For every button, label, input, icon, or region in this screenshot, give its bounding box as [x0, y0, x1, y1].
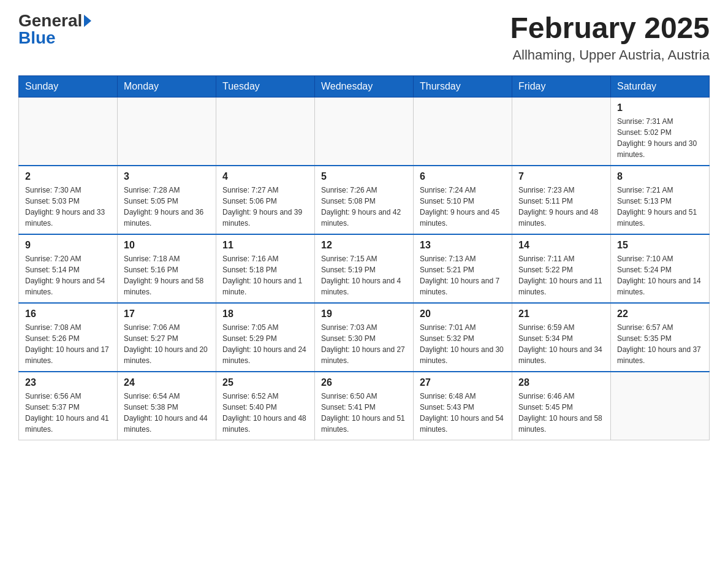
- calendar-day-cell: 28Sunrise: 6:46 AMSunset: 5:45 PMDayligh…: [512, 372, 611, 440]
- calendar-day-cell: [315, 97, 414, 166]
- calendar-day-cell: [118, 97, 216, 166]
- day-number: 22: [617, 308, 703, 320]
- day-number: 12: [321, 240, 407, 251]
- calendar-week-row: 23Sunrise: 6:56 AMSunset: 5:37 PMDayligh…: [19, 372, 710, 440]
- day-number: 6: [420, 171, 506, 182]
- calendar-day-cell: 4Sunrise: 7:27 AMSunset: 5:06 PMDaylight…: [216, 166, 315, 234]
- day-sun-info: Sunrise: 7:21 AMSunset: 5:13 PMDaylight:…: [617, 185, 703, 229]
- day-sun-info: Sunrise: 7:13 AMSunset: 5:21 PMDaylight:…: [420, 253, 506, 297]
- day-of-week-header: Wednesday: [315, 75, 414, 97]
- calendar-day-cell: 3Sunrise: 7:28 AMSunset: 5:05 PMDaylight…: [118, 166, 216, 234]
- day-number: 19: [321, 308, 407, 320]
- days-of-week-row: SundayMondayTuesdayWednesdayThursdayFrid…: [19, 75, 710, 97]
- calendar-day-cell: 24Sunrise: 6:54 AMSunset: 5:38 PMDayligh…: [118, 372, 216, 440]
- calendar-day-cell: 26Sunrise: 6:50 AMSunset: 5:41 PMDayligh…: [315, 372, 414, 440]
- day-number: 18: [222, 308, 308, 320]
- day-sun-info: Sunrise: 7:26 AMSunset: 5:08 PMDaylight:…: [321, 185, 407, 229]
- calendar-day-cell: 9Sunrise: 7:20 AMSunset: 5:14 PMDaylight…: [19, 234, 118, 303]
- calendar-day-cell: 2Sunrise: 7:30 AMSunset: 5:03 PMDaylight…: [19, 166, 118, 234]
- day-sun-info: Sunrise: 7:01 AMSunset: 5:32 PMDaylight:…: [420, 322, 506, 366]
- calendar-day-cell: [216, 97, 315, 166]
- day-number: 14: [518, 240, 604, 251]
- calendar-day-cell: 16Sunrise: 7:08 AMSunset: 5:26 PMDayligh…: [19, 303, 118, 372]
- calendar-day-cell: 17Sunrise: 7:06 AMSunset: 5:27 PMDayligh…: [118, 303, 216, 372]
- calendar-header: SundayMondayTuesdayWednesdayThursdayFrid…: [19, 75, 710, 97]
- day-sun-info: Sunrise: 7:10 AMSunset: 5:24 PMDaylight:…: [617, 253, 703, 297]
- day-sun-info: Sunrise: 7:05 AMSunset: 5:29 PMDaylight:…: [222, 322, 308, 366]
- calendar-week-row: 2Sunrise: 7:30 AMSunset: 5:03 PMDaylight…: [19, 166, 710, 234]
- day-sun-info: Sunrise: 7:16 AMSunset: 5:18 PMDaylight:…: [222, 253, 308, 297]
- calendar-title: February 2025: [510, 12, 710, 45]
- day-sun-info: Sunrise: 6:54 AMSunset: 5:38 PMDaylight:…: [124, 391, 210, 435]
- calendar-day-cell: 8Sunrise: 7:21 AMSunset: 5:13 PMDaylight…: [611, 166, 710, 234]
- calendar-day-cell: 12Sunrise: 7:15 AMSunset: 5:19 PMDayligh…: [315, 234, 414, 303]
- calendar-day-cell: 23Sunrise: 6:56 AMSunset: 5:37 PMDayligh…: [19, 372, 118, 440]
- calendar-day-cell: [611, 372, 710, 440]
- calendar-day-cell: 11Sunrise: 7:16 AMSunset: 5:18 PMDayligh…: [216, 234, 315, 303]
- day-of-week-header: Thursday: [414, 75, 512, 97]
- calendar-week-row: 1Sunrise: 7:31 AMSunset: 5:02 PMDaylight…: [19, 97, 710, 166]
- day-number: 23: [25, 377, 111, 388]
- day-number: 24: [124, 377, 210, 388]
- calendar-day-cell: 18Sunrise: 7:05 AMSunset: 5:29 PMDayligh…: [216, 303, 315, 372]
- day-number: 27: [420, 377, 506, 388]
- day-sun-info: Sunrise: 7:15 AMSunset: 5:19 PMDaylight:…: [321, 253, 407, 297]
- day-number: 16: [25, 308, 111, 320]
- day-number: 3: [124, 171, 210, 182]
- day-sun-info: Sunrise: 7:24 AMSunset: 5:10 PMDaylight:…: [420, 185, 506, 229]
- calendar-day-cell: 20Sunrise: 7:01 AMSunset: 5:32 PMDayligh…: [414, 303, 512, 372]
- day-number: 7: [518, 171, 604, 182]
- day-sun-info: Sunrise: 6:46 AMSunset: 5:45 PMDaylight:…: [518, 391, 604, 435]
- calendar-day-cell: 13Sunrise: 7:13 AMSunset: 5:21 PMDayligh…: [414, 234, 512, 303]
- day-sun-info: Sunrise: 7:08 AMSunset: 5:26 PMDaylight:…: [25, 322, 111, 366]
- day-sun-info: Sunrise: 7:20 AMSunset: 5:14 PMDaylight:…: [25, 253, 111, 297]
- day-of-week-header: Monday: [118, 75, 216, 97]
- day-sun-info: Sunrise: 7:06 AMSunset: 5:27 PMDaylight:…: [124, 322, 210, 366]
- day-number: 9: [25, 240, 111, 251]
- title-section: February 2025 Allhaming, Upper Austria, …: [510, 12, 710, 63]
- day-number: 25: [222, 377, 308, 388]
- day-number: 11: [222, 240, 308, 251]
- calendar-day-cell: 22Sunrise: 6:57 AMSunset: 5:35 PMDayligh…: [611, 303, 710, 372]
- day-number: 2: [25, 171, 111, 182]
- calendar-week-row: 9Sunrise: 7:20 AMSunset: 5:14 PMDaylight…: [19, 234, 710, 303]
- day-number: 4: [222, 171, 308, 182]
- calendar-subtitle: Allhaming, Upper Austria, Austria: [510, 47, 710, 63]
- logo: General Blue: [18, 12, 91, 47]
- calendar-day-cell: 1Sunrise: 7:31 AMSunset: 5:02 PMDaylight…: [611, 97, 710, 166]
- day-number: 5: [321, 171, 407, 182]
- day-number: 17: [124, 308, 210, 320]
- day-number: 28: [518, 377, 604, 388]
- day-sun-info: Sunrise: 7:27 AMSunset: 5:06 PMDaylight:…: [222, 185, 308, 229]
- day-number: 10: [124, 240, 210, 251]
- day-of-week-header: Friday: [512, 75, 611, 97]
- calendar-week-row: 16Sunrise: 7:08 AMSunset: 5:26 PMDayligh…: [19, 303, 710, 372]
- day-sun-info: Sunrise: 6:50 AMSunset: 5:41 PMDaylight:…: [321, 391, 407, 435]
- day-sun-info: Sunrise: 7:03 AMSunset: 5:30 PMDaylight:…: [321, 322, 407, 366]
- page-header: General Blue February 2025 Allhaming, Up…: [18, 12, 710, 63]
- day-number: 13: [420, 240, 506, 251]
- day-sun-info: Sunrise: 6:59 AMSunset: 5:34 PMDaylight:…: [518, 322, 604, 366]
- calendar-day-cell: 5Sunrise: 7:26 AMSunset: 5:08 PMDaylight…: [315, 166, 414, 234]
- day-sun-info: Sunrise: 7:30 AMSunset: 5:03 PMDaylight:…: [25, 185, 111, 229]
- calendar-day-cell: 27Sunrise: 6:48 AMSunset: 5:43 PMDayligh…: [414, 372, 512, 440]
- logo-blue-text: Blue: [18, 29, 56, 47]
- day-sun-info: Sunrise: 7:28 AMSunset: 5:05 PMDaylight:…: [124, 185, 210, 229]
- day-sun-info: Sunrise: 6:48 AMSunset: 5:43 PMDaylight:…: [420, 391, 506, 435]
- calendar-day-cell: 10Sunrise: 7:18 AMSunset: 5:16 PMDayligh…: [118, 234, 216, 303]
- day-sun-info: Sunrise: 7:23 AMSunset: 5:11 PMDaylight:…: [518, 185, 604, 229]
- calendar-day-cell: 14Sunrise: 7:11 AMSunset: 5:22 PMDayligh…: [512, 234, 611, 303]
- calendar-day-cell: 25Sunrise: 6:52 AMSunset: 5:40 PMDayligh…: [216, 372, 315, 440]
- calendar-body: 1Sunrise: 7:31 AMSunset: 5:02 PMDaylight…: [19, 97, 710, 440]
- day-number: 21: [518, 308, 604, 320]
- calendar-day-cell: 6Sunrise: 7:24 AMSunset: 5:10 PMDaylight…: [414, 166, 512, 234]
- day-of-week-header: Saturday: [611, 75, 710, 97]
- day-sun-info: Sunrise: 6:57 AMSunset: 5:35 PMDaylight:…: [617, 322, 703, 366]
- calendar-day-cell: [512, 97, 611, 166]
- day-sun-info: Sunrise: 7:18 AMSunset: 5:16 PMDaylight:…: [124, 253, 210, 297]
- calendar-day-cell: 19Sunrise: 7:03 AMSunset: 5:30 PMDayligh…: [315, 303, 414, 372]
- day-number: 15: [617, 240, 703, 251]
- calendar-table: SundayMondayTuesdayWednesdayThursdayFrid…: [18, 75, 710, 440]
- calendar-day-cell: 15Sunrise: 7:10 AMSunset: 5:24 PMDayligh…: [611, 234, 710, 303]
- calendar-day-cell: 7Sunrise: 7:23 AMSunset: 5:11 PMDaylight…: [512, 166, 611, 234]
